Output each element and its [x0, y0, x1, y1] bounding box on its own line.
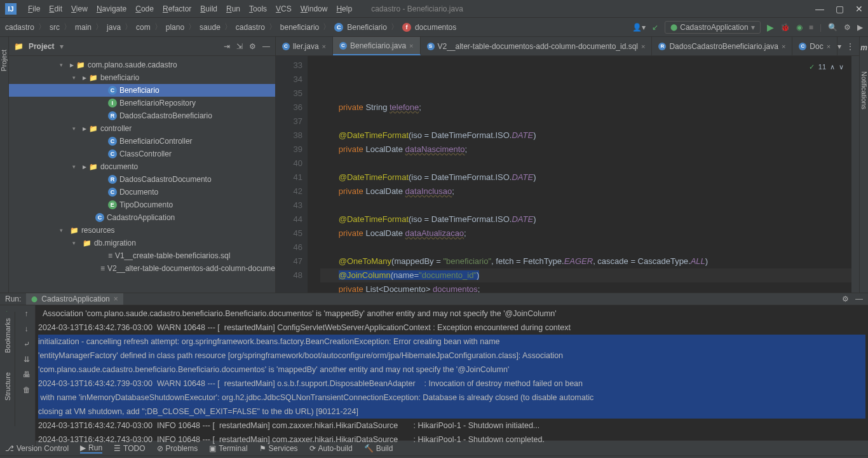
menu-navigate[interactable]: Navigate	[93, 2, 130, 16]
editor-tab[interactable]: RDadosCadastroBeneficiario.java×	[652, 37, 792, 55]
breadcrumb[interactable]: cadastro〉src〉main〉java〉com〉plano〉saude〉c…	[5, 22, 456, 32]
editor-tab[interactable]: Cller.java×	[276, 37, 333, 55]
breadcrumb-item[interactable]: com	[136, 23, 151, 32]
dropdown-icon[interactable]: ▾	[60, 42, 64, 51]
down-icon[interactable]: ↓	[25, 324, 29, 333]
tree-item[interactable]: CDocumento	[9, 186, 275, 198]
menu-help[interactable]: Help	[332, 2, 356, 16]
tree-item[interactable]: ▾📁db.migration	[9, 237, 275, 249]
close-icon[interactable]: ×	[782, 43, 785, 50]
run-icon[interactable]: ▶	[767, 22, 774, 32]
breadcrumb-item[interactable]: cadastro	[5, 23, 34, 32]
tree-item[interactable]: ▾▸📁documento	[9, 160, 275, 173]
breadcrumb-item[interactable]: java	[107, 23, 121, 32]
tree-item[interactable]: ≡V1__create-table-beneficiarios.sql	[9, 249, 275, 262]
user-icon[interactable]: 👤▾	[632, 23, 646, 32]
bottom-tab-problems[interactable]: ⊘Problems	[157, 444, 198, 453]
close-icon[interactable]: ×	[114, 295, 118, 303]
menu-vcs[interactable]: VCS	[272, 2, 295, 16]
close-icon[interactable]: ×	[409, 42, 413, 50]
next-icon[interactable]: ∨	[839, 60, 844, 74]
close-icon[interactable]: ✕	[855, 4, 863, 14]
breadcrumb-item[interactable]: cadastro	[236, 23, 265, 32]
tree-item[interactable]: ▾📁resources	[9, 224, 275, 237]
bottom-tab-services[interactable]: ⚑Services	[259, 444, 298, 453]
menu-build[interactable]: Build	[196, 2, 221, 16]
tree-item[interactable]: CBeneficiarioController	[9, 135, 275, 148]
close-icon[interactable]: ×	[641, 43, 645, 50]
code-content[interactable]: ✓ 11 ∧ ∨ private String telefone; @DateT…	[308, 56, 851, 293]
tree-item[interactable]: CClassController	[9, 148, 275, 160]
prev-icon[interactable]: ∧	[830, 60, 835, 74]
maximize-icon[interactable]: ▢	[836, 4, 844, 14]
up-icon[interactable]: ↑	[25, 309, 29, 318]
more-icon[interactable]: ⋮	[846, 42, 854, 51]
inspection-indicator[interactable]: ✓ 11 ∧ ∨	[809, 60, 844, 74]
tree-item[interactable]: ▾▸📁beneficiario	[9, 71, 275, 84]
menu-code[interactable]: Code	[132, 2, 158, 16]
tree-item[interactable]: ▾▸📁com.plano.saude.cadastro	[9, 59, 275, 71]
editor-tab[interactable]: CDoc×	[792, 37, 837, 55]
breadcrumb-item[interactable]: documentos	[415, 23, 456, 32]
bottom-tab-todo[interactable]: ☰TODO	[114, 444, 145, 453]
menu-file[interactable]: File	[24, 2, 44, 16]
tree-item[interactable]: RDadosCadastroBeneficiario	[9, 109, 275, 122]
wrap-icon[interactable]: ⤶	[24, 340, 30, 349]
debug-icon[interactable]: 🐞	[780, 23, 790, 32]
breadcrumb-item[interactable]: beneficiario	[280, 23, 319, 32]
hide-icon[interactable]: —	[262, 42, 270, 51]
code-editor[interactable]: 33343536373839404142434445464748 ✓ 11 ∧ …	[276, 56, 859, 293]
tree-item[interactable]: ▾▸📁controller	[9, 122, 275, 135]
breadcrumb-item[interactable]: saude	[200, 23, 220, 32]
menu-edit[interactable]: Edit	[45, 2, 66, 16]
bottom-tab-build[interactable]: 🔨Build	[364, 444, 393, 453]
close-icon[interactable]: ×	[827, 43, 831, 50]
print-icon[interactable]: 🖶	[23, 370, 31, 379]
menu-refactor[interactable]: Refactor	[159, 2, 195, 16]
select-opened-icon[interactable]: ⇥	[224, 42, 230, 51]
menu-tools[interactable]: Tools	[245, 2, 271, 16]
project-tree[interactable]: ▾▸📁com.plano.saude.cadastro▾▸📁beneficiar…	[9, 56, 275, 293]
menu-run[interactable]: Run	[222, 2, 244, 16]
scroll-icon[interactable]: ⇊	[24, 355, 30, 364]
tree-item[interactable]: CBeneficiario	[9, 84, 275, 97]
breadcrumb-item[interactable]: Beneficiario	[347, 23, 387, 32]
bottom-tab-terminal[interactable]: ▣Terminal	[209, 444, 247, 453]
tree-item[interactable]: CCadastroApplication	[9, 211, 275, 224]
bottom-tab-version-control[interactable]: ⎇Version Control	[5, 444, 69, 453]
search-icon[interactable]: 🔍	[828, 23, 837, 32]
breadcrumb-item[interactable]: main	[75, 23, 92, 32]
close-icon[interactable]: ×	[322, 43, 326, 50]
structure-tool-button[interactable]: Structure	[4, 372, 11, 401]
tree-item[interactable]: IBeneficiarioRepository	[9, 97, 275, 109]
error-stripe[interactable]	[851, 56, 859, 293]
coverage-icon[interactable]: ◉	[796, 23, 803, 32]
breadcrumb-item[interactable]: src	[50, 23, 60, 32]
bottom-tab-auto-build[interactable]: ⟳Auto-build	[309, 444, 353, 453]
vcs-update-icon[interactable]: ↙	[652, 23, 658, 32]
bookmarks-tool-button[interactable]: Bookmarks	[4, 318, 11, 353]
expand-icon[interactable]: ⇲	[236, 42, 243, 51]
stop-icon[interactable]: ■	[809, 23, 813, 32]
settings-icon[interactable]: ⚙	[844, 23, 851, 32]
menu-view[interactable]: View	[67, 2, 92, 16]
gear-icon[interactable]: ⚙	[249, 42, 256, 51]
tree-item[interactable]: RDadosCadastroDocumento	[9, 173, 275, 186]
bottom-tab-run[interactable]: ▶Run	[80, 443, 102, 454]
breadcrumb-item[interactable]: plano	[166, 23, 184, 32]
tree-item[interactable]: ETipoDocumento	[9, 198, 275, 211]
trash-icon[interactable]: 🗑	[23, 385, 31, 394]
ide-icon[interactable]: ▶	[857, 23, 863, 32]
menu-window[interactable]: Window	[297, 2, 332, 16]
console-output[interactable]: Association 'com.plano.saude.cadastro.be…	[36, 305, 868, 448]
gear-icon[interactable]: ⚙	[842, 295, 849, 303]
editor-tab[interactable]: SV2__alter-table-documentos-add-column-d…	[421, 37, 653, 55]
notifications-tool-button[interactable]: Notifications	[860, 71, 868, 109]
hide-icon[interactable]: —	[855, 295, 863, 303]
chevron-icon[interactable]: ▾	[837, 42, 841, 51]
minimize-icon[interactable]: —	[815, 4, 824, 14]
run-tab[interactable]: ⬤ CadastroApplication ×	[26, 293, 123, 305]
tree-item[interactable]: ≡V2__alter-table-documentos-add-column-d…	[9, 262, 275, 275]
project-tool-button[interactable]: Project	[0, 50, 8, 71]
editor-tab[interactable]: CBeneficiario.java×	[333, 37, 421, 55]
